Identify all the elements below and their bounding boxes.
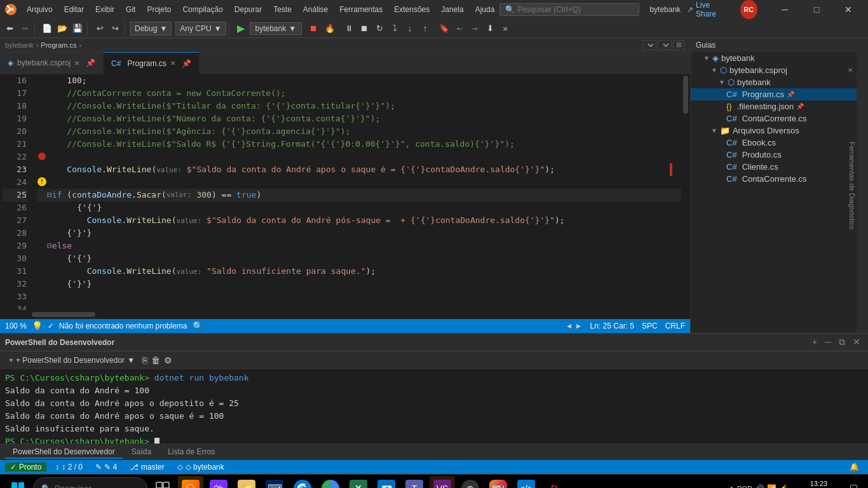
taskbar-instagram-icon[interactable]: 📷 xyxy=(485,476,511,489)
tab-program-cs[interactable]: C# Program.cs ✕ 📌 xyxy=(104,52,200,74)
terminal-close[interactable]: ✕ xyxy=(850,337,863,348)
menu-editar[interactable]: Editar xyxy=(59,4,89,15)
bookmark-btn3[interactable]: → xyxy=(468,22,482,36)
taskbar-outlook-icon[interactable]: 📧 xyxy=(374,476,399,489)
save-all-button[interactable]: 💾 xyxy=(71,22,85,36)
menu-projeto[interactable]: Projeto xyxy=(142,4,176,15)
debug-toolbar-btn6[interactable]: ↑ xyxy=(418,22,432,36)
menu-analise[interactable]: Análise xyxy=(298,4,333,15)
taskbar-search-input[interactable] xyxy=(55,484,137,488)
bookmark-btn4[interactable]: ⬇ xyxy=(483,22,497,36)
menu-teste[interactable]: Teste xyxy=(268,4,297,15)
taskbar-files-icon[interactable]: 📁 xyxy=(234,476,259,489)
menu-compilacao[interactable]: Compilação xyxy=(177,4,227,15)
zoom-level[interactable]: 100 % xyxy=(5,322,27,330)
se-item-cliente[interactable]: C# Cliente.cs xyxy=(691,161,868,173)
se-program-pin[interactable]: 📌 xyxy=(787,91,794,98)
taskbar-taskview[interactable] xyxy=(150,476,175,489)
search-input[interactable] xyxy=(517,5,632,14)
taskbar-clock[interactable]: 13:23 10/11/2022 xyxy=(796,478,841,489)
systray-chevron[interactable]: ∧ xyxy=(729,484,735,489)
taskbar-teams-icon[interactable]: T xyxy=(402,476,427,489)
se-filenesting-pin[interactable]: 📌 xyxy=(796,103,804,110)
minimize-button[interactable]: ─ xyxy=(770,0,799,19)
systray-lang[interactable]: POR xyxy=(737,485,752,489)
menu-exibir[interactable]: Exibir xyxy=(90,4,119,15)
bookmark-btn2[interactable]: ← xyxy=(452,22,466,36)
taskbar-github-icon[interactable]: ⊕ xyxy=(458,476,483,489)
maximize-button[interactable]: □ xyxy=(802,0,831,19)
debug-mode-dropdown[interactable]: Debug ▼ xyxy=(130,22,172,36)
terminal-settings-icon[interactable]: ⚙ xyxy=(164,355,172,365)
run-button[interactable]: ▶ xyxy=(234,22,247,34)
se-item-arquivos-folder[interactable]: ▼ 📁 Arquivos Diversos xyxy=(691,125,868,137)
cpu-dropdown[interactable]: Any CPU ▼ xyxy=(175,22,226,36)
ferramentas-label[interactable]: Ferramentas de Diagnóstico xyxy=(848,142,856,229)
taskbar-edge-icon[interactable]: 🌊 xyxy=(290,476,315,489)
tab-powershell[interactable]: PowerShell do Desenvolvedor xyxy=(5,446,123,459)
terminal-minimize[interactable]: ─ xyxy=(822,337,834,348)
taskbar-files-app[interactable]: 🌤 xyxy=(178,476,203,489)
windows-start-button[interactable] xyxy=(5,476,31,489)
systray-volume[interactable]: 🔊 xyxy=(755,484,764,489)
terminal-bin-icon[interactable]: 🗑 xyxy=(151,355,160,365)
taskbar-visual-studio-icon[interactable]: VS xyxy=(430,476,455,489)
terminal-copy-icon[interactable]: ⎘ xyxy=(142,355,147,365)
user-avatar[interactable]: RC xyxy=(740,0,758,19)
menu-janela[interactable]: Janela xyxy=(436,4,468,15)
status-pencil[interactable]: ✎ ✎ 4 xyxy=(92,463,121,471)
status-bytebank[interactable]: ◇ ◇ bytebank xyxy=(173,463,228,471)
se-item-csproj[interactable]: ▼ ⬡ bytebank.csproj ✕ 📌 xyxy=(691,64,868,76)
tab-close-program[interactable]: ✕ xyxy=(170,60,175,67)
menu-ajuda[interactable]: Ajuda xyxy=(470,4,500,15)
scroll-h-thumb[interactable] xyxy=(32,312,95,317)
global-search-box[interactable]: 🔍 xyxy=(499,3,639,16)
tab-lista-erros[interactable]: Lista de Erros xyxy=(160,446,222,459)
bottom-scrollbar[interactable] xyxy=(0,310,690,319)
terminal-add-dropdown[interactable]: + + PowerShell do Desenvolvedor ▼ xyxy=(5,355,139,366)
undo-button[interactable]: ↩ xyxy=(93,22,107,36)
se-item-conta-corrente-main[interactable]: C# ContaCorrente.cs xyxy=(691,112,868,125)
systray-battery[interactable]: ⚡ xyxy=(779,484,789,489)
code-content[interactable]: 100; //ContaCorrente conta = new ContaCo… xyxy=(32,74,681,310)
bookmark-more[interactable]: » xyxy=(498,22,512,36)
tab-close-bytebank[interactable]: ✕ xyxy=(74,60,79,67)
tab-bytebank-csproj[interactable]: ◈ bytebank.csproj ✕ 📌 xyxy=(0,52,104,74)
status-git[interactable]: ⎇ master xyxy=(126,463,168,471)
terminal-content[interactable]: PS C:\Cursos\csharp\bytebank> dotnet run… xyxy=(0,369,868,444)
taskbar-powershell-icon[interactable]: ⌨ xyxy=(262,476,287,489)
notification-center-button[interactable]: 🗨 xyxy=(844,476,863,489)
se-item-filenesting[interactable]: {} .filenesting.json 📌 xyxy=(691,100,868,112)
taskbar-chrome-icon[interactable] xyxy=(318,476,343,489)
open-button[interactable]: 📂 xyxy=(55,22,69,36)
tracking-icon[interactable]: 🔍 xyxy=(193,321,203,331)
debug-toolbar-btn1[interactable]: ⏸ xyxy=(342,22,356,36)
menu-extensoes[interactable]: Extensões xyxy=(389,4,435,15)
menu-git[interactable]: Git xyxy=(121,4,140,15)
breadcrumb-bytebank[interactable]: bytebank xyxy=(5,41,34,49)
se-item-bytebank-root[interactable]: ▼ ◈ bytebank xyxy=(691,52,868,64)
new-file-button[interactable]: 📄 xyxy=(40,22,54,36)
stop-button[interactable]: ⏹ xyxy=(307,24,320,33)
editor-scrollbar[interactable] xyxy=(681,74,690,310)
se-item-program-cs[interactable]: C# Program.cs 📌 xyxy=(691,88,868,100)
fold-icon-29[interactable]: ⊟ xyxy=(47,240,52,252)
se-item-conta-corrente-folder[interactable]: C# ContaCorrente.cs xyxy=(691,173,868,185)
breadcrumb-program[interactable]: Program.cs xyxy=(41,41,76,49)
tab-saida[interactable]: Saída xyxy=(124,446,159,459)
se-item-bytebank-sub[interactable]: ▼ ⬡ bytebank xyxy=(691,76,868,88)
tab-pin-bytebank[interactable]: 📌 xyxy=(86,58,95,67)
code-editor[interactable]: 16 17 18 19 20 21 22 23 24 25 26 27 28 2… xyxy=(0,74,690,310)
debug-toolbar-btn3[interactable]: ↻ xyxy=(372,22,386,36)
se-item-produto[interactable]: C# Produto.cs xyxy=(691,149,868,161)
taskbar-excel-icon[interactable]: X xyxy=(346,476,371,489)
se-item-ebook[interactable]: C# Ebook.cs xyxy=(691,137,868,149)
scroll-thumb[interactable] xyxy=(683,76,688,114)
bookmark-btn1[interactable]: 🔖 xyxy=(437,22,451,36)
forward-button[interactable]: ➡ xyxy=(18,22,32,36)
file-selector-2[interactable] xyxy=(658,40,672,50)
se-csproj-close[interactable]: ✕ xyxy=(848,67,853,74)
tab-pin-program[interactable]: 📌 xyxy=(182,59,191,68)
systray-network[interactable]: 📶 xyxy=(767,484,776,489)
debug-toolbar-btn4[interactable]: ⤵ xyxy=(388,22,402,36)
